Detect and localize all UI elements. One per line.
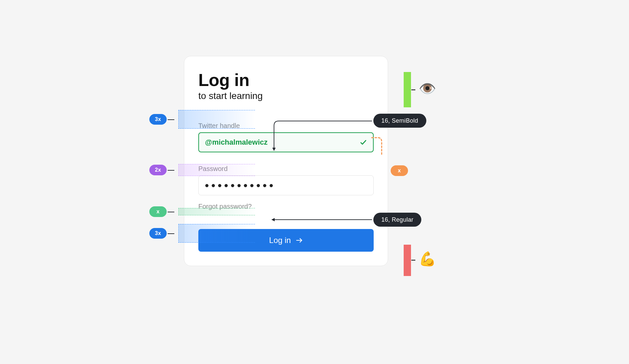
spacing-badge-3x-top: 3x: [149, 114, 167, 125]
typo-callout-handle: 16, SemiBold: [373, 114, 426, 128]
side-marker-bar-bottom: [404, 245, 411, 276]
muscle-icon: 💪: [419, 252, 436, 266]
error-badge: x: [391, 165, 408, 176]
typo-callout-forgot: 16, Regular: [373, 213, 421, 227]
side-marker-tick-top: [411, 89, 415, 90]
arrow-right-icon: [296, 237, 303, 244]
page-title: Log in: [198, 71, 374, 89]
connector-2x: [168, 170, 174, 171]
twitter-handle-value: @michalmalewicz: [205, 138, 268, 147]
connector-3x-top: [168, 119, 174, 120]
spacing-overlay-3x-bottom: [178, 224, 255, 243]
spacing-badge-x: x: [149, 206, 167, 217]
connector-x: [168, 212, 174, 212]
eye-icon: 👁️: [419, 82, 436, 96]
side-marker-tick-bottom: [411, 260, 415, 261]
spacing-gap-2x: [198, 152, 374, 165]
check-icon: [360, 139, 367, 146]
spacing-badge-2x: 2x: [149, 165, 167, 175]
side-marker-bar-top: [404, 72, 411, 107]
connector-3x-bottom: [168, 233, 174, 234]
page-subtitle: to start learning: [198, 91, 374, 101]
spacing-badge-3x-bottom: 3x: [149, 228, 167, 239]
spacing-overlay-3x-top: [178, 110, 255, 129]
password-masked-value: ●●●●●●●●●●●: [205, 181, 275, 190]
spacing-overlay-2x: [178, 164, 255, 176]
password-field[interactable]: ●●●●●●●●●●●: [198, 175, 374, 195]
twitter-handle-field[interactable]: @michalmalewicz: [198, 132, 374, 152]
spacing-gap-x: [198, 195, 374, 203]
login-button-label: Log in: [269, 236, 291, 245]
spacing-overlay-x: [178, 208, 255, 215]
